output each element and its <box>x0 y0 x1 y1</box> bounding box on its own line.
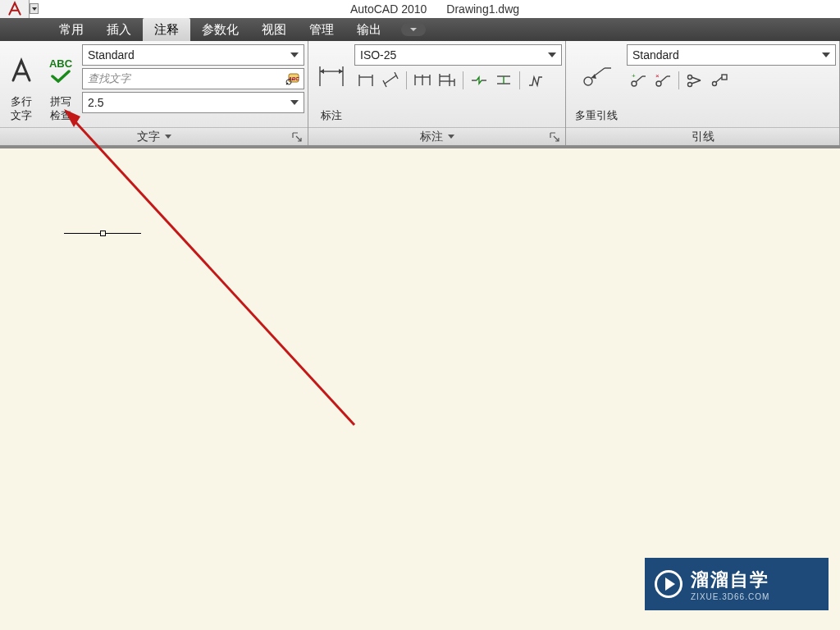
dim-break-icon <box>470 72 488 89</box>
multiline-text-button[interactable]: 多行 文字 <box>3 44 39 124</box>
tab-view[interactable]: 视图 <box>250 18 298 41</box>
ribbon: 多行 文字 ABC 拼写 检查 Standard 查找文字 <box>0 41 840 146</box>
dimension-label: 标注 <box>321 108 342 122</box>
leader-align-icon <box>686 72 704 89</box>
chevron-down-icon <box>290 100 299 105</box>
text-style-dropdown[interactable]: Standard <box>82 44 304 66</box>
svg-text:+: + <box>632 72 636 80</box>
spell-check-button[interactable]: ABC 拼写 检查 <box>43 44 79 124</box>
watermark-url: ZIXUE.3D66.COM <box>691 592 769 601</box>
leader-style-dropdown[interactable]: Standard <box>627 44 836 66</box>
dim-baseline-icon <box>438 72 456 89</box>
dim-aligned-button[interactable] <box>379 70 402 91</box>
dim-aligned-icon <box>381 72 399 89</box>
dim-baseline-button[interactable] <box>436 70 459 91</box>
text-a-icon <box>7 56 36 85</box>
svg-line-39 <box>692 80 701 84</box>
chevron-down-icon <box>822 52 830 57</box>
tab-parametric[interactable]: 参数化 <box>190 18 250 41</box>
dim-space-button[interactable] <box>492 70 515 91</box>
svg-line-42 <box>716 77 722 82</box>
tab-output[interactable]: 输出 <box>345 18 393 41</box>
chevron-down-icon <box>290 52 299 57</box>
leader-collect-button[interactable] <box>708 70 731 91</box>
find-text-input[interactable]: 查找文字 ABC <box>82 68 304 89</box>
dim-linear-button[interactable] <box>354 70 377 91</box>
leader-add-icon: + <box>629 72 647 89</box>
multileader-icon <box>580 63 613 91</box>
dim-style-dropdown[interactable]: ISO-25 <box>354 44 562 66</box>
tab-annotate[interactable]: 注释 <box>143 18 190 41</box>
separator <box>406 71 407 89</box>
svg-text:ABC: ABC <box>288 76 300 81</box>
leader-add-button[interactable]: + <box>627 70 650 91</box>
leader-collect-icon <box>710 72 728 89</box>
tab-insert[interactable]: 插入 <box>95 18 143 41</box>
dialog-launcher-icon[interactable] <box>549 131 560 143</box>
title-bar: AutoCAD 2010 Drawing1.dwg <box>0 0 840 18</box>
dimension-button[interactable]: 标注 <box>312 44 351 124</box>
dim-space-icon <box>495 72 513 89</box>
text-height-dropdown[interactable]: 2.5 <box>82 92 304 113</box>
text-style-value: Standard <box>88 48 135 62</box>
panel-text-title-bar[interactable]: 文字 <box>0 127 308 145</box>
svg-line-40 <box>692 77 701 80</box>
svg-line-30 <box>636 76 642 82</box>
multileader-label: 多重引线 <box>575 108 618 122</box>
dim-linear-icon <box>357 72 375 89</box>
dim-continue-button[interactable] <box>411 70 434 91</box>
dim-continue-icon <box>413 72 431 89</box>
dialog-launcher-icon[interactable] <box>291 131 303 143</box>
ribbon-tabs: 常用 插入 注释 参数化 视图 管理 输出 <box>0 18 840 41</box>
play-icon <box>655 570 682 598</box>
leader-remove-icon: × <box>654 72 672 89</box>
dim-break-button[interactable] <box>468 70 491 91</box>
svg-point-26 <box>584 77 592 85</box>
svg-text:×: × <box>655 72 660 80</box>
find-text-placeholder: 查找文字 <box>88 71 130 86</box>
panel-text: 多行 文字 ABC 拼写 检查 Standard 查找文字 <box>0 41 308 145</box>
app-name: AutoCAD 2010 <box>350 2 427 16</box>
separator <box>519 71 520 89</box>
chevron-down-icon <box>165 135 171 139</box>
svg-line-10 <box>385 75 396 84</box>
separator <box>463 71 463 89</box>
panel-leader: 多重引线 Standard + × <box>566 41 840 145</box>
watermark-title: 溜溜自学 <box>691 568 769 592</box>
app-menu-button[interactable] <box>0 0 30 18</box>
svg-point-41 <box>713 82 717 86</box>
text-height-value: 2.5 <box>88 96 103 109</box>
tab-home[interactable]: 常用 <box>48 18 95 41</box>
svg-line-11 <box>383 80 386 87</box>
checkmark-icon <box>50 70 71 83</box>
find-text-icon: ABC <box>285 72 300 85</box>
multiline-text-label: 多行 文字 <box>11 94 32 122</box>
dim-jog-button[interactable] <box>524 70 547 91</box>
svg-point-38 <box>688 75 692 80</box>
dim-style-value: ISO-25 <box>360 48 396 62</box>
panel-leader-title: 引线 <box>692 130 714 144</box>
panel-leader-title-bar[interactable]: 引线 <box>566 127 839 145</box>
panel-dim-title-bar[interactable]: 标注 <box>308 127 565 145</box>
tab-manage[interactable]: 管理 <box>298 18 345 41</box>
svg-line-12 <box>395 72 398 79</box>
svg-line-34 <box>660 76 667 82</box>
panel-text-title: 文字 <box>137 130 160 144</box>
file-name: Drawing1.dwg <box>446 2 519 16</box>
tab-overflow-button[interactable] <box>401 23 426 36</box>
panel-dimension: 标注 ISO-25 <box>308 41 566 145</box>
panel-dim-title: 标注 <box>420 130 443 144</box>
chevron-down-icon <box>448 135 454 139</box>
multileader-button[interactable]: 多重引线 <box>569 44 623 124</box>
separator <box>678 71 679 89</box>
watermark-badge: 溜溜自学 ZIXUE.3D66.COM <box>645 558 829 610</box>
leader-align-button[interactable] <box>683 70 706 91</box>
autocad-logo-icon <box>6 1 24 17</box>
leader-remove-button[interactable]: × <box>651 70 674 91</box>
dim-jog-icon <box>527 72 545 89</box>
leader-style-value: Standard <box>632 48 679 62</box>
svg-rect-43 <box>722 75 727 80</box>
app-menu-dropdown-icon[interactable] <box>30 3 39 14</box>
spell-check-label: 拼写 检查 <box>50 94 71 122</box>
spell-abc-label: ABC <box>49 57 72 70</box>
